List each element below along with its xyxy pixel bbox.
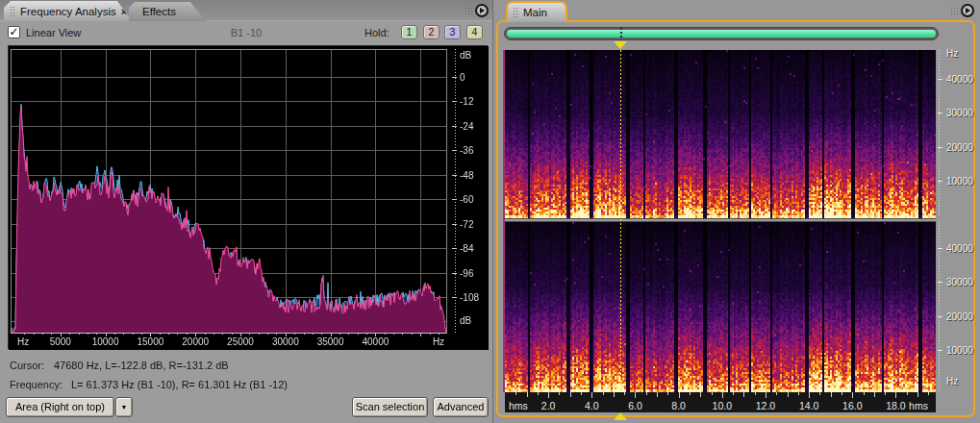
playhead-handle-top[interactable] — [614, 41, 627, 49]
timeline-range-bar[interactable] — [504, 27, 939, 40]
time-tick — [895, 392, 896, 398]
axis-major-tick — [938, 248, 942, 249]
time-tick — [809, 392, 810, 398]
cursor-label: Cursor: — [10, 360, 54, 371]
time-tick — [527, 392, 528, 397]
axis-tick-label: Hz — [946, 48, 958, 59]
selection-edge-marker — [503, 50, 505, 392]
axis-tick-label: 4.0 — [585, 400, 599, 411]
axis-tick-label: 2.0 — [541, 400, 556, 411]
range-bar-cursor-mark — [620, 28, 622, 39]
time-tick — [646, 392, 647, 395]
axis-major-tick — [938, 147, 942, 148]
axis-tick-label: 40000 — [946, 73, 973, 84]
audio-editor-window: Frequency Analysis × Effects ✓ Linear Vi… — [0, 0, 980, 423]
axis-tick-label: 8.0 — [671, 400, 686, 411]
time-tick — [712, 392, 713, 395]
panel-menu-arrow-icon[interactable] — [961, 4, 974, 17]
panel-menu-arrow-icon[interactable] — [475, 4, 489, 17]
axis-major-tick — [938, 282, 942, 283]
time-tick — [788, 392, 789, 397]
time-tick — [690, 392, 691, 395]
area-dropdown-arrow-icon[interactable]: ▼ — [115, 397, 133, 417]
time-tick — [581, 392, 582, 395]
time-tick — [743, 392, 744, 397]
tab-main[interactable]: Main — [506, 1, 567, 22]
spectrogram-view[interactable] — [505, 50, 936, 392]
time-tick — [559, 392, 560, 395]
hold-button-1[interactable]: 1 — [401, 25, 417, 39]
grip-dots-icon — [465, 7, 472, 15]
timeline-range-fill[interactable] — [507, 30, 936, 37]
panel-menu-left[interactable] — [465, 4, 489, 17]
time-tick — [591, 392, 592, 398]
axis-major-tick — [938, 350, 942, 351]
time-tick — [928, 392, 929, 395]
tab-label: Frequency Analysis — [20, 6, 116, 17]
axis-major-tick — [938, 79, 942, 80]
tab-frequency-analysis[interactable]: Frequency Analysis × — [4, 1, 132, 21]
axis-tick-label: Hz — [946, 376, 958, 386]
time-tick — [667, 392, 668, 395]
axis-major-tick — [938, 112, 942, 113]
hold-button-2[interactable]: 2 — [423, 25, 440, 39]
time-tick — [842, 392, 842, 395]
time-tick — [679, 392, 680, 398]
time-tick — [548, 392, 549, 398]
axis-tick-label: hms — [909, 400, 928, 411]
tab-grip-icon — [10, 6, 16, 17]
time-tick — [722, 392, 723, 398]
time-tick — [852, 392, 853, 398]
hold-button-3[interactable]: 3 — [444, 25, 461, 39]
axis-tick-label: 18.0 — [886, 400, 905, 411]
axis-tick-label: 20000 — [946, 141, 973, 152]
axis-tick-label: 16.0 — [842, 400, 862, 411]
main-display-panel: Main Hz400003000020000100004000030000200… — [493, 0, 980, 423]
time-tick — [635, 392, 636, 398]
axis-tick-label: 10000 — [946, 345, 973, 356]
axis-tick-label: 10000 — [946, 176, 973, 187]
frequency-toolbar: ✓ Linear View B1 -10 Hold: 1 2 3 4 — [0, 22, 492, 45]
axis-tick-label: 40000 — [946, 242, 973, 253]
cursor-status-row: Cursor: 47680 Hz, L=-122.8 dB, R=-131.2 … — [10, 360, 229, 371]
close-icon[interactable]: × — [121, 6, 127, 17]
scan-selection-button[interactable]: Scan selection — [352, 397, 428, 417]
time-tick — [624, 392, 625, 395]
axis-tick-label: 30000 — [946, 277, 973, 287]
hold-button-4[interactable]: 4 — [466, 25, 483, 39]
note-readout: B1 -10 — [0, 27, 492, 38]
playback-cursor-line[interactable] — [620, 50, 621, 392]
advanced-button[interactable]: Advanced — [433, 397, 489, 417]
playhead-handle-bottom[interactable] — [614, 412, 627, 420]
axis-tick-label: 12.0 — [756, 400, 775, 411]
spectrum-canvas[interactable] — [9, 46, 489, 350]
area-mode-dropdown[interactable]: Area (Right on top) — [6, 397, 114, 417]
time-tick — [831, 392, 832, 397]
time-tick — [874, 392, 875, 397]
panel-menu-right[interactable] — [950, 4, 974, 17]
time-tick — [515, 392, 516, 395]
spectrogram-canvas[interactable] — [505, 50, 936, 392]
time-tick — [776, 392, 777, 395]
frequency-label: Frequency: — [10, 379, 71, 390]
left-tab-bar: Frequency Analysis × Effects — [0, 0, 492, 21]
axis-tick-label: 10.0 — [713, 400, 732, 411]
frequency-ruler[interactable]: Hz40000300002000010000400003000020000100… — [938, 50, 978, 392]
time-tick — [700, 392, 701, 397]
time-tick — [538, 392, 539, 395]
axis-tick-label: 14.0 — [799, 400, 818, 411]
cursor-value: 47680 Hz, L=-122.8 dB, R=-131.2 dB — [54, 360, 229, 371]
axis-tick-label: 20000 — [946, 311, 973, 321]
frequency-analysis-panel: Frequency Analysis × Effects ✓ Linear Vi… — [0, 0, 493, 423]
tab-effects[interactable]: Effects — [129, 2, 206, 21]
time-tick — [864, 392, 865, 395]
frequency-value: L= 61.373 Hz (B1 -10), R= 61.301 Hz (B1 … — [71, 379, 288, 390]
time-tick — [614, 392, 615, 397]
grip-dots-icon — [950, 7, 958, 15]
time-tick — [907, 392, 908, 395]
time-tick — [570, 392, 571, 397]
frequency-spectrum-plot[interactable]: Hz50001000015000200002500030000350004000… — [8, 45, 488, 349]
time-tick — [917, 392, 918, 397]
time-ruler[interactable]: hms2.04.06.08.010.012.014.016.018.0hms — [505, 392, 936, 412]
time-tick — [733, 392, 734, 395]
